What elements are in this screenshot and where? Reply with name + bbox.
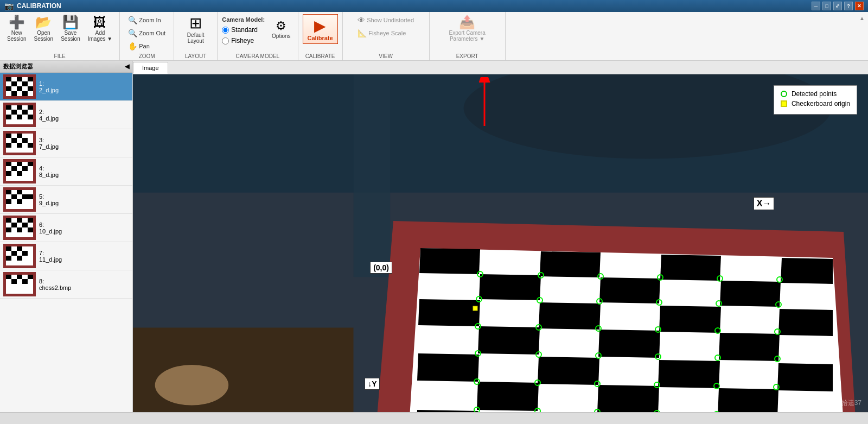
view-group-content: 👁 Show Undistorted 📐 Fisheye Scale — [355, 14, 417, 52]
status-bar — [0, 412, 868, 424]
svg-rect-29 — [17, 143, 22, 148]
fisheye-scale-icon: 📐 — [358, 29, 367, 37]
svg-rect-61 — [6, 246, 11, 251]
thumbnail-7 — [3, 244, 36, 268]
calibrate-group-content: ▶ Calibrate — [303, 14, 338, 52]
svg-rect-18 — [22, 110, 28, 115]
export-group-label: EXPORT — [456, 53, 478, 59]
new-session-button[interactable]: ➕ NewSession — [4, 14, 29, 43]
thumbnail-5 — [3, 187, 36, 212]
svg-rect-43 — [17, 190, 22, 194]
file-item-5[interactable]: 5: 9_d.jpg — [0, 186, 132, 214]
fisheye-label: Fisheye — [231, 37, 254, 45]
add-images-button[interactable]: 🖼 AddImages ▼ — [85, 14, 115, 43]
default-layout-icon: ⊞ — [189, 16, 202, 31]
zoom-group-label: ZOOM — [139, 53, 155, 59]
show-undistorted-button[interactable]: 👁 Show Undistorted — [355, 14, 417, 26]
minimize-btn[interactable]: ─ — [812, 2, 820, 10]
show-undistorted-icon: 👁 — [358, 16, 365, 24]
red-arrow-annotation — [468, 77, 501, 131]
camera-model-title: Camera Model: — [222, 16, 265, 23]
file-item-3[interactable]: 3: 7_d.jpg — [0, 129, 132, 157]
new-session-label: NewSession — [7, 30, 27, 42]
help-btn[interactable]: ? — [844, 2, 853, 10]
svg-marker-82 — [660, 255, 721, 281]
image-view: (0,0) X→ ↓Y — [133, 74, 868, 412]
camera-model-group-label: CAMERA MODEL — [236, 53, 280, 59]
svg-rect-8 — [17, 86, 22, 91]
calibrate-button[interactable]: ▶ Calibrate — [303, 14, 338, 44]
svg-rect-34 — [17, 162, 22, 166]
svg-rect-2 — [6, 77, 11, 81]
svg-marker-84 — [479, 274, 541, 300]
file-item-6-label: 6: 10_d.jpg — [39, 222, 62, 235]
calibrate-group-label: CALIBRATE — [305, 53, 335, 59]
ribbon-group-zoom: 🔍 Zoom In 🔍 Zoom Out ✋ Pan ZOOM — [120, 12, 174, 60]
calibrate-icon: ▶ — [314, 17, 326, 35]
legend-checkerboard-origin: Checkerboard origin — [781, 100, 850, 107]
svg-marker-88 — [539, 302, 601, 330]
add-images-label: AddImages ▼ — [88, 30, 112, 42]
layout-group-content: ⊞ DefaultLayout — [184, 14, 207, 52]
y-axis-label: ↓Y — [365, 378, 380, 390]
svg-rect-47 — [6, 199, 11, 204]
layout-group-label: LAYOUT — [185, 53, 206, 59]
ribbon-group-file: ➕ NewSession 📂 OpenSession 💾 SaveSession… — [0, 12, 120, 60]
fisheye-radio-input[interactable] — [222, 37, 229, 45]
svg-marker-98 — [477, 382, 539, 411]
pan-button[interactable]: ✋ Pan — [125, 40, 152, 52]
svg-rect-42 — [6, 190, 11, 194]
file-item-2[interactable]: 2: 4_d.jpg — [0, 101, 132, 129]
close-btn[interactable]: ✕ — [855, 2, 864, 10]
ribbon-collapse-btn[interactable]: ▲ — [858, 14, 866, 22]
svg-rect-28 — [6, 143, 11, 148]
options-button[interactable]: ⚙ Options — [269, 18, 293, 41]
zoom-in-label: Zoom In — [139, 17, 161, 23]
file-item-6[interactable]: 6: 10_d.jpg — [0, 214, 132, 242]
standard-radio-input[interactable] — [222, 27, 229, 34]
svg-marker-89 — [659, 306, 721, 333]
app-icon: 📷 — [4, 2, 14, 10]
svg-rect-6 — [22, 81, 28, 86]
file-item-1[interactable]: 1: 2_d.jpg — [0, 73, 132, 101]
save-session-button[interactable]: 💾 SaveSession — [58, 14, 83, 43]
zoom-group-content: 🔍 Zoom In 🔍 Zoom Out ✋ Pan — [125, 14, 168, 52]
file-item-4[interactable]: 4: 8_d.jpg — [0, 157, 132, 186]
ribbon-collapse-area: ▲ — [856, 12, 868, 60]
file-browser-collapse-icon[interactable]: ◀ — [125, 63, 129, 70]
svg-rect-39 — [17, 171, 22, 176]
svg-rect-19 — [6, 115, 11, 119]
svg-rect-53 — [28, 218, 33, 223]
svg-rect-30 — [28, 143, 33, 148]
svg-rect-55 — [22, 223, 28, 227]
svg-rect-35 — [28, 162, 33, 166]
ribbon-group-camera-model: Camera Model: Standard Fisheye ⚙ Options… — [218, 12, 298, 60]
restore-btn[interactable]: □ — [822, 2, 831, 10]
svg-marker-100 — [718, 388, 778, 412]
fisheye-scale-button[interactable]: 📐 Fisheye Scale — [355, 27, 409, 39]
svg-rect-51 — [6, 218, 11, 223]
default-layout-button[interactable]: ⊞ DefaultLayout — [184, 14, 207, 46]
export-camera-params-button[interactable]: 📤 Export CameraParameters ▼ — [446, 14, 488, 43]
pan-label: Pan — [139, 43, 150, 49]
svg-rect-56 — [6, 227, 11, 232]
svg-point-143 — [155, 365, 229, 406]
zoom-in-icon: 🔍 — [128, 16, 137, 24]
open-session-button[interactable]: 📂 OpenSession — [31, 14, 56, 43]
file-item-8[interactable]: 8: chess2.bmp — [0, 270, 132, 299]
standard-radio[interactable]: Standard — [222, 26, 265, 34]
zoom-out-button[interactable]: 🔍 Zoom Out — [125, 27, 168, 39]
svg-rect-25 — [17, 134, 22, 138]
svg-rect-21 — [28, 115, 33, 119]
zoom-in-button[interactable]: 🔍 Zoom In — [125, 14, 163, 26]
x-axis-label: X→ — [754, 197, 775, 210]
tab-image[interactable]: Image — [133, 62, 168, 74]
standard-label: Standard — [231, 26, 258, 34]
new-session-icon: ➕ — [9, 16, 25, 29]
watermark: CSDN @路拾遗37 — [808, 398, 861, 408]
fisheye-radio[interactable]: Fisheye — [222, 37, 265, 45]
maximize-btn[interactable]: ⤢ — [833, 2, 842, 10]
file-item-7[interactable]: 7: 11_d.jpg — [0, 242, 132, 270]
thumbnail-1 — [3, 74, 36, 99]
app-title: CALIBRATION — [17, 2, 61, 10]
